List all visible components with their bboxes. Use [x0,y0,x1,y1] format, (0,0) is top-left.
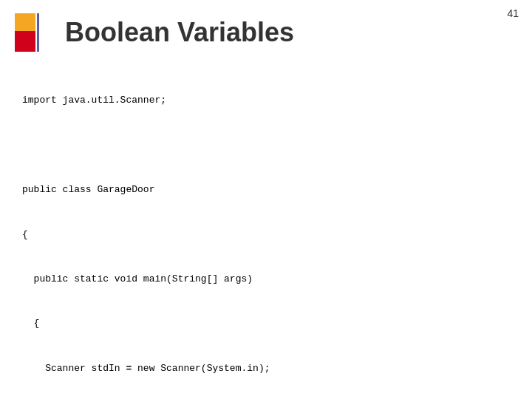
code-line: Scanner stdIn = new Scanner(System.in); [22,361,510,376]
code-line: public static void main(String[] args) [22,272,510,287]
code-line [22,138,510,153]
code-line: { [22,316,510,331]
code-line: import java.util.Scanner; [22,93,510,108]
code-line: { [22,228,510,242]
code-line: public class GarageDoor [22,183,510,197]
code-area: import java.util.Scanner; public class G… [0,59,532,399]
code-block: import java.util.Scanner; public class G… [22,64,510,399]
header: Boolean Variables [0,0,532,59]
logo-red-square [15,31,35,52]
logo-graphic [15,13,53,52]
logo-vertical-line [37,13,39,52]
slide-title: Boolean Variables [65,17,294,48]
